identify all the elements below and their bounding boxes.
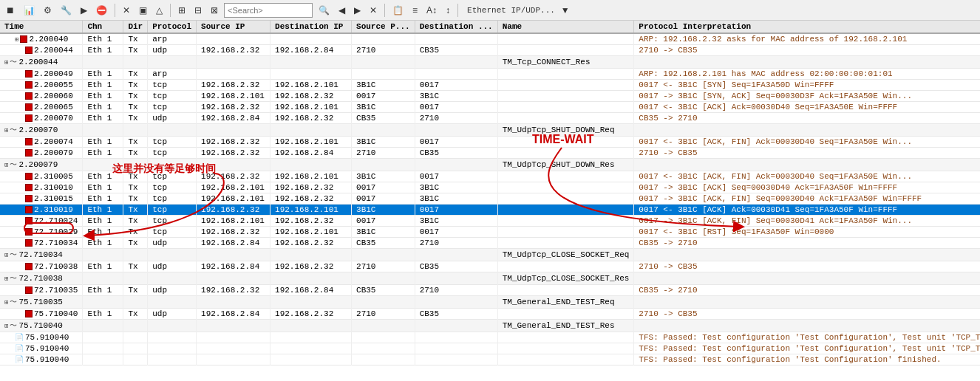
- col-dir[interactable]: Dir: [123, 21, 148, 33]
- cell-name: TM_UdpTcp_SHUT_DOWN_Req: [497, 124, 634, 137]
- table-row[interactable]: 2.200049Eth 1TxarpARP: 192.168.2.101 has…: [0, 69, 980, 80]
- table-row[interactable]: ⊞〜2.200044TM_Tcp_CONNECT_Res: [0, 56, 980, 69]
- toolbar-btn-6[interactable]: ⛔: [93, 4, 110, 17]
- cell-protocol: arp: [148, 69, 197, 80]
- col-chn[interactable]: Chn: [83, 21, 123, 33]
- toolbar-btn-3[interactable]: ⚙: [41, 4, 55, 17]
- filter-dropdown-button[interactable]: ▼: [558, 4, 573, 17]
- toolbar-btn-8[interactable]: ▣: [136, 4, 150, 17]
- cell-time: 2.200070: [0, 113, 83, 124]
- toolbar-btn-11[interactable]: ⊟: [191, 4, 205, 17]
- cell-protocol: [148, 332, 197, 343]
- toolbar-btn-4[interactable]: 🔧: [58, 4, 75, 17]
- cell-source-ip: [197, 56, 270, 69]
- cell-protocol: udp: [148, 45, 197, 56]
- col-source-ip[interactable]: Source IP: [197, 21, 270, 33]
- expand-icon[interactable]: ⊞: [4, 252, 8, 259]
- expand-icon[interactable]: ⊞: [4, 275, 8, 283]
- table-row[interactable]: ⊞〜2.200070TM_UdpTcp_SHUT_DOWN_Req: [0, 124, 980, 137]
- cell-dir: Tx: [123, 91, 148, 102]
- cell-dest-port: CB35: [415, 148, 497, 159]
- cell-dest-port: CB35: [415, 45, 497, 56]
- table-row[interactable]: 2.200060Eth 1Txtcp192.168.2.101192.168.2…: [0, 91, 980, 102]
- table-row[interactable]: 📄75.910040TFS: Passed: Test configuratio…: [0, 332, 980, 343]
- table-row[interactable]: ⊞〜72.710034TM_UdpTcp_CLOSE_SOCKET_Req: [0, 249, 980, 261]
- table-row[interactable]: 2.200065Eth 1Txtcp192.168.2.32192.168.2.…: [0, 102, 980, 113]
- table-row[interactable]: 2.310019Eth 1Txtcp192.168.2.32192.168.2.…: [0, 205, 980, 216]
- table-row[interactable]: ⊞〜75.710035TM_General_END_TEST_Req: [0, 296, 980, 309]
- cell-time: ⊞〜2.200070: [0, 124, 83, 137]
- row-icon-doc: 📄: [15, 355, 24, 364]
- cell-time: 2.310015: [0, 193, 83, 205]
- expand-icon[interactable]: ⊞: [15, 36, 18, 44]
- table-row[interactable]: 2.200044Eth 1Txudp192.168.2.32192.168.2.…: [0, 45, 980, 56]
- table-row[interactable]: ⊞〜72.710038TM_UdpTcp_CLOSE_SOCKET_Res: [0, 272, 980, 285]
- toolbar-btn-9[interactable]: △: [153, 4, 166, 17]
- toolbar-btn-14[interactable]: 📋: [389, 4, 406, 17]
- col-name[interactable]: Name: [497, 21, 634, 33]
- cell-dest-ip: 192.168.2.32: [270, 182, 352, 193]
- time-value: 72.710034: [34, 238, 78, 247]
- toolbar-btn-10[interactable]: ⊞: [175, 4, 188, 17]
- table-row[interactable]: ⊞〜75.710040TM_General_END_TEST_Res: [0, 320, 980, 332]
- cell-source-port: 0017: [352, 193, 415, 205]
- expand-icon[interactable]: ⊞: [4, 299, 8, 306]
- toolbar-btn-12[interactable]: ⊠: [208, 4, 221, 17]
- table-row[interactable]: 72.710035Eth 1Txudp192.168.2.32192.168.2…: [0, 285, 980, 296]
- table-row[interactable]: 75.710040Eth 1Txudp192.168.2.84192.168.2…: [0, 309, 980, 320]
- search-go-button[interactable]: 🔍: [316, 4, 333, 17]
- table-row[interactable]: ⊞2.200040Eth 1TxarpARP: 192.168.2.32 ask…: [0, 33, 980, 45]
- cell-chn: Eth 1: [83, 309, 123, 320]
- table-row[interactable]: 72.710038Eth 1Txudp192.168.2.84192.168.2…: [0, 261, 980, 272]
- col-protocol[interactable]: Protocol: [148, 21, 197, 33]
- table-row[interactable]: 72.710034Eth 1Txudp192.168.2.84192.168.2…: [0, 238, 980, 249]
- col-dest-ip[interactable]: Destination IP: [270, 21, 352, 33]
- toolbar-btn-2[interactable]: 📊: [21, 4, 38, 17]
- search-input[interactable]: [224, 3, 313, 18]
- col-source-port[interactable]: Source P...: [352, 21, 415, 33]
- table-row[interactable]: 📄75.910040TFS: Passed: Test configuratio…: [0, 343, 980, 354]
- toolbar-btn-17[interactable]: ↕: [443, 4, 453, 17]
- cell-dest-port: [415, 56, 497, 69]
- expand-icon[interactable]: ⊞: [4, 323, 8, 330]
- time-value: 75.710040: [18, 321, 62, 330]
- cell-source-port: 2710: [352, 148, 415, 159]
- table-row[interactable]: 72.710029Eth 1Txtcp192.168.2.32192.168.2…: [0, 227, 980, 238]
- cell-dest-port: 2710: [415, 238, 497, 249]
- filter-back-button[interactable]: ◀: [336, 4, 348, 17]
- toolbar-btn-1[interactable]: ⏹: [3, 4, 18, 17]
- cell-protocol: [148, 249, 197, 261]
- cell-protocol: tcp: [148, 193, 197, 205]
- expand-icon[interactable]: ⊞: [4, 162, 8, 169]
- filter-fwd-button[interactable]: ▶: [351, 4, 364, 17]
- cell-source-ip: 192.168.2.32: [197, 102, 270, 113]
- cell-protocol: tcp: [148, 148, 197, 159]
- cell-dest-ip: 192.168.2.32: [270, 238, 352, 249]
- col-interp[interactable]: Protocol Interpretation: [634, 21, 980, 33]
- expand-icon[interactable]: ⊞: [4, 127, 8, 134]
- expand-icon[interactable]: ⊞: [4, 59, 8, 66]
- toolbar-btn-5[interactable]: ▶: [78, 4, 90, 17]
- table-row[interactable]: 72.710024Eth 1Txtcp192.168.2.101192.168.…: [0, 216, 980, 227]
- table-row[interactable]: 2.200079Eth 1Txtcp192.168.2.32192.168.2.…: [0, 148, 980, 159]
- cell-name: [497, 261, 634, 272]
- toolbar-btn-16[interactable]: A↕: [423, 4, 440, 17]
- col-dest-port[interactable]: Destination ...: [415, 21, 497, 33]
- table-row[interactable]: 2.200074Eth 1Txtcp192.168.2.32192.168.2.…: [0, 137, 980, 148]
- toolbar-btn-15[interactable]: ≡: [409, 4, 421, 17]
- cell-protocol: [148, 124, 197, 137]
- filter-x-button[interactable]: ✕: [367, 4, 380, 17]
- table-row[interactable]: 2.200055Eth 1Txtcp192.168.2.32192.168.2.…: [0, 80, 980, 91]
- row-icon-red: [25, 263, 33, 270]
- toolbar-btn-7[interactable]: ✕: [120, 4, 133, 17]
- table-row[interactable]: 2.310005Eth 1Txtcp192.168.2.32192.168.2.…: [0, 171, 980, 182]
- table-row[interactable]: 2.310010Eth 1Txtcp192.168.2.101192.168.2…: [0, 182, 980, 193]
- cell-name: [497, 69, 634, 80]
- table-row[interactable]: ⊞〜2.200079TM_UdpTcp_SHUT_DOWN_Res: [0, 159, 980, 171]
- cell-dest-port: 3B1C: [415, 182, 497, 193]
- table-row[interactable]: 2.310015Eth 1Txtcp192.168.2.101192.168.2…: [0, 193, 980, 205]
- col-time[interactable]: Time: [0, 21, 83, 33]
- table-row[interactable]: 2.200070Eth 1Txudp192.168.2.84192.168.2.…: [0, 113, 980, 124]
- table-row[interactable]: 📄75.910040TFS: Passed: Test configuratio…: [0, 354, 980, 365]
- sep-4: [457, 4, 458, 17]
